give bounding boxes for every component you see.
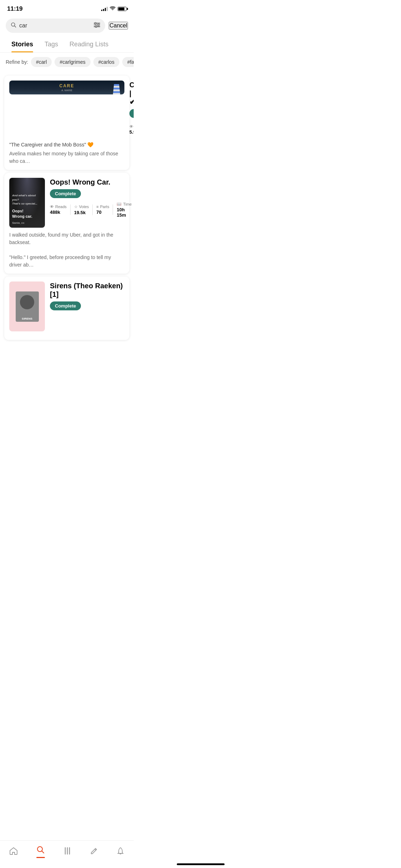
cover-subtitle-care: A. MARIE bbox=[59, 89, 74, 92]
filter-icon[interactable] bbox=[94, 22, 100, 29]
stat-reads-care: 👁 Reads 5.96m bbox=[129, 124, 134, 135]
stat-time-oops: 📖 Time 10h 15m bbox=[117, 202, 134, 218]
search-icon bbox=[11, 22, 16, 29]
parts-icon-oops: ≡ bbox=[96, 205, 98, 209]
tag-chip-carlos[interactable]: #carlos bbox=[93, 57, 119, 67]
complete-badge-care: Complete bbox=[129, 109, 134, 118]
refine-label: Refine by: bbox=[6, 59, 28, 65]
stats-row-oops: 👁 Reads 488k ☆ Votes 19.5k bbox=[50, 202, 124, 218]
wifi-icon bbox=[110, 6, 115, 12]
status-icons bbox=[101, 6, 127, 12]
stat-reads-oops: 👁 Reads 488k bbox=[50, 205, 71, 215]
story-top: CARE A. MARIE Care | ✔ Complete 👁 Reads … bbox=[9, 81, 124, 138]
cover-title-care: CARE bbox=[59, 83, 74, 88]
status-time: 11:19 bbox=[7, 5, 22, 12]
tab-stories[interactable]: Stories bbox=[6, 37, 39, 52]
tag-chip-carlgrimes[interactable]: #carlgrimes bbox=[55, 57, 90, 67]
story-info-oops: Oops! Wrong Car. Complete 👁 Reads 488k ☆… bbox=[50, 178, 124, 228]
reads-icon-oops: 👁 bbox=[50, 205, 54, 209]
stories-list: CARE A. MARIE Care | ✔ Complete 👁 Reads … bbox=[0, 71, 134, 344]
story-card-oops[interactable]: And what's about you?That's so special..… bbox=[4, 173, 129, 274]
refine-row: Refine by: #carl #carlgrimes #carlos #fa… bbox=[0, 53, 134, 71]
story-excerpt-oops: I walked outside, found my Uber, and got… bbox=[9, 231, 124, 269]
search-container: car Cancel bbox=[0, 16, 134, 36]
story-cover-sirens: SIRENS bbox=[9, 281, 45, 331]
tab-reading-lists[interactable]: Reading Lists bbox=[64, 37, 114, 52]
tag-chip-fanfiction[interactable]: #fanfiction bbox=[122, 57, 134, 67]
svg-point-6 bbox=[98, 24, 99, 26]
tabs-bar: Stories Tags Reading Lists bbox=[0, 37, 134, 53]
svg-point-7 bbox=[96, 26, 97, 27]
story-title-oops: Oops! Wrong Car. bbox=[50, 178, 124, 186]
status-bar: 11:19 bbox=[0, 0, 134, 16]
reads-icon: 👁 bbox=[129, 124, 133, 129]
tab-tags[interactable]: Tags bbox=[39, 37, 64, 52]
time-icon-oops: 📖 bbox=[117, 202, 122, 206]
story-card-sirens[interactable]: SIRENS Sirens (Theo Raeken) [1] Complete bbox=[4, 277, 129, 340]
story-top-oops: And what's about you?That's so special..… bbox=[9, 178, 124, 228]
svg-line-1 bbox=[14, 26, 16, 27]
votes-icon-oops: ☆ bbox=[74, 205, 78, 209]
cancel-button[interactable]: Cancel bbox=[109, 22, 128, 30]
stat-votes-oops: ☆ Votes 19.5k bbox=[74, 205, 93, 215]
search-bar[interactable]: car bbox=[6, 19, 105, 33]
story-info-sirens: Sirens (Theo Raeken) [1] Complete bbox=[50, 281, 124, 331]
tie-decoration bbox=[112, 84, 121, 94]
story-card-care[interactable]: CARE A. MARIE Care | ✔ Complete 👁 Reads … bbox=[4, 76, 129, 170]
story-excerpt-care: "The Caregiver and the Mob Boss" 🧡 Aveli… bbox=[9, 141, 124, 165]
battery-icon bbox=[118, 7, 127, 11]
story-cover-oops: And what's about you?That's so special..… bbox=[9, 178, 45, 228]
search-input-value[interactable]: car bbox=[19, 22, 91, 29]
tag-chip-carl[interactable]: #carl bbox=[31, 57, 52, 67]
signal-icon bbox=[101, 7, 108, 11]
story-cover-care: CARE A. MARIE bbox=[9, 81, 124, 94]
story-top-sirens: SIRENS Sirens (Theo Raeken) [1] Complete bbox=[9, 281, 124, 331]
stat-parts-oops: ≡ Parts 70 bbox=[96, 205, 113, 215]
complete-badge-sirens: Complete bbox=[50, 301, 81, 310]
complete-badge-oops: Complete bbox=[50, 189, 81, 198]
svg-point-5 bbox=[95, 22, 96, 24]
story-title-sirens: Sirens (Theo Raeken) [1] bbox=[50, 281, 124, 299]
